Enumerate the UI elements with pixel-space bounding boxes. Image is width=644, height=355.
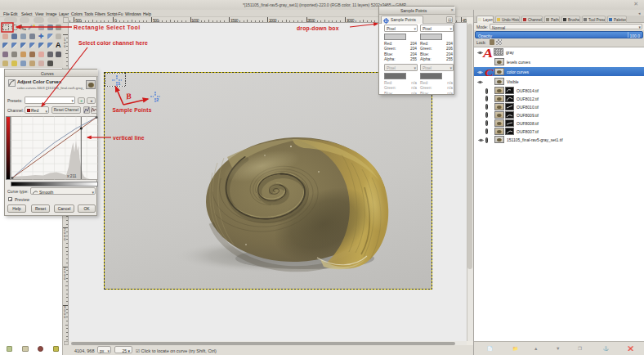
svg-text:2: 2 [156, 97, 159, 102]
svg-text:1: 1 [118, 81, 121, 86]
svg-text:x:211: x:211 [67, 174, 77, 178]
